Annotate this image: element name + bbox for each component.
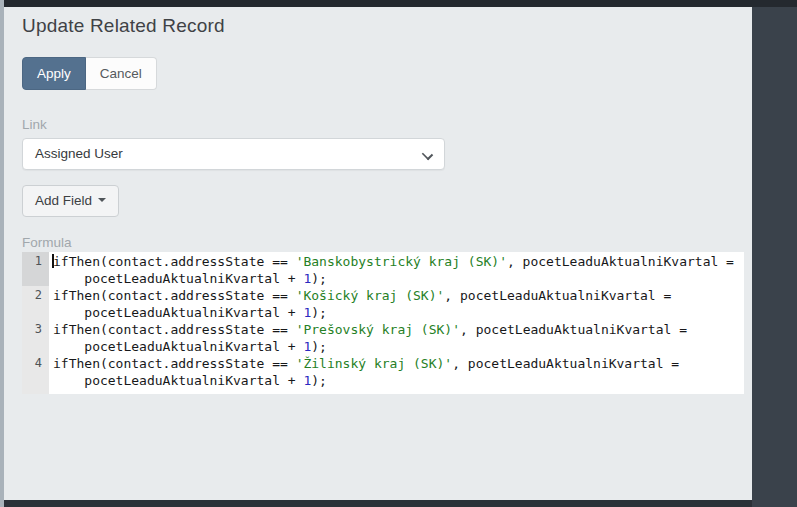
code-string: 'Žilinský kraj (SK)' — [296, 356, 453, 371]
code-string: 'Prešovský kraj (SK)' — [296, 322, 460, 337]
code-text: , pocetLeaduAktualniKvartal = — [460, 322, 687, 337]
code-string: 'Košický kraj (SK)' — [296, 288, 445, 303]
code-line-wrap: pocetLeaduAktualniKvartal + 1); — [53, 270, 744, 287]
apply-button[interactable]: Apply — [22, 57, 86, 90]
line-number: 1 — [22, 252, 49, 286]
left-edge-strip — [0, 0, 4, 507]
link-select[interactable]: Assigned User — [22, 138, 445, 170]
cancel-button[interactable]: Cancel — [86, 57, 157, 90]
code-text: ); — [311, 339, 327, 354]
bottom-bar — [4, 500, 752, 507]
code-line-wrap: pocetLeaduAktualniKvartal + 1); — [53, 304, 744, 321]
code-line: ifThen(contact.addressState == 'Banskoby… — [53, 253, 744, 270]
update-related-record-modal: Update Related Record Apply Cancel Link … — [4, 7, 752, 500]
line-number: 3 — [22, 320, 49, 354]
code-text: ); — [311, 305, 327, 320]
editor-gutter: 1 2 3 4 — [22, 252, 49, 394]
code-line: ifThen(contact.addressState == 'Prešovsk… — [53, 321, 744, 338]
add-field-label: Add Field — [35, 193, 92, 208]
code-text: pocetLeaduAktualniKvartal + — [53, 339, 303, 354]
link-field-label: Link — [22, 117, 47, 132]
code-text: pocetLeaduAktualniKvartal + — [53, 305, 303, 320]
modal-title: Update Related Record — [22, 15, 225, 37]
line-number: 2 — [22, 286, 49, 320]
top-navbar — [0, 0, 797, 7]
formula-field-label: Formula — [22, 235, 72, 250]
link-select-value: Assigned User — [35, 146, 123, 161]
editor-code-area: ifThen(contact.addressState == 'Banskoby… — [49, 252, 744, 394]
code-text: ); — [311, 373, 327, 388]
caret-down-icon — [98, 198, 106, 202]
code-text: ifThen(contact.addressState == — [53, 322, 296, 337]
code-text: pocetLeaduAktualniKvartal + — [53, 373, 303, 388]
page-backdrop — [752, 7, 797, 507]
code-text: , pocetLeaduAktualniKvartal = — [444, 288, 671, 303]
code-text: ifThen(contact.addressState == — [53, 254, 296, 269]
code-text: , pocetLeaduAktualniKvartal = — [507, 254, 734, 269]
code-text: ); — [311, 271, 327, 286]
code-line-wrap: pocetLeaduAktualniKvartal + 1); — [53, 372, 744, 389]
formula-code-editor[interactable]: 1 2 3 4 ifThen(contact.addressState == '… — [22, 252, 744, 394]
code-text: ifThen(contact.addressState == — [53, 288, 296, 303]
code-string: 'Banskobystrický kraj (SK)' — [296, 254, 507, 269]
code-text: ifThen(contact.addressState == — [53, 356, 296, 371]
modal-action-buttons: Apply Cancel — [22, 57, 157, 90]
code-text: pocetLeaduAktualniKvartal + — [53, 271, 303, 286]
text-cursor — [52, 254, 54, 268]
code-text: , pocetLeaduAktualniKvartal = — [452, 356, 679, 371]
code-line-wrap: pocetLeaduAktualniKvartal + 1); — [53, 338, 744, 355]
add-field-button[interactable]: Add Field — [22, 185, 119, 217]
line-number: 4 — [22, 354, 49, 388]
chevron-down-icon — [423, 150, 432, 159]
code-line: ifThen(contact.addressState == 'Košický … — [53, 287, 744, 304]
code-line: ifThen(contact.addressState == 'Žilinský… — [53, 355, 744, 372]
